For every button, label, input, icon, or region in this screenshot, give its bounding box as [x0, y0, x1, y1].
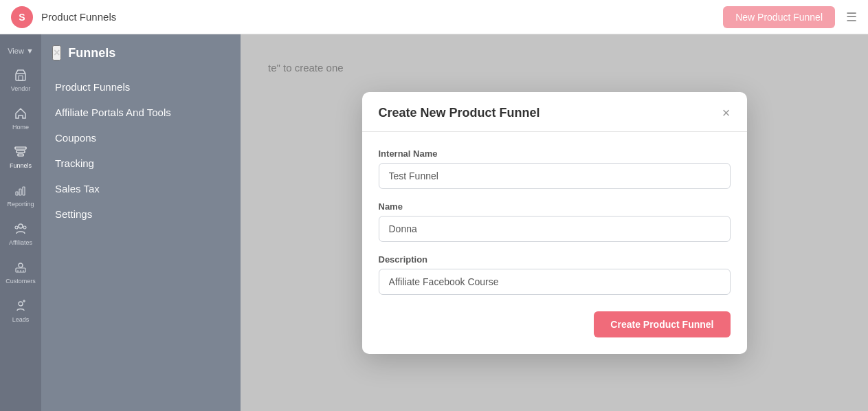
- svg-rect-4: [18, 154, 23, 156]
- funnels-close-button[interactable]: ×: [52, 45, 61, 60]
- modal-header: Create New Product Funnel ×: [362, 92, 747, 132]
- topbar-left: S Product Funnels: [11, 6, 116, 28]
- new-product-funnel-button[interactable]: New Product Funnel: [723, 6, 835, 28]
- svg-rect-0: [16, 74, 25, 80]
- funnels-nav-tracking[interactable]: Tracking: [52, 151, 230, 176]
- funnels-nav-coupons[interactable]: Coupons: [52, 125, 230, 151]
- funnels-icon: [13, 144, 28, 159]
- svg-rect-5: [16, 192, 18, 195]
- sidebar-item-home[interactable]: Home: [0, 99, 41, 137]
- sidebar-item-reporting[interactable]: Reporting: [0, 176, 41, 214]
- funnels-nav-settings[interactable]: Settings: [52, 201, 230, 227]
- create-funnel-modal: Create New Product Funnel × Internal Nam…: [362, 92, 747, 354]
- modal-body: Internal Name Name Description: [362, 132, 747, 311]
- funnels-nav-affiliate-portals[interactable]: Affiliate Portals And Tools: [52, 100, 230, 125]
- svg-rect-2: [15, 147, 26, 149]
- name-group: Name: [379, 201, 731, 242]
- modal-title: Create New Product Funnel: [379, 106, 540, 120]
- svg-rect-7: [23, 187, 25, 195]
- modal-close-button[interactable]: ×: [722, 106, 731, 120]
- funnels-panel: × Funnels Product Funnels Affiliate Port…: [41, 34, 241, 411]
- topbar: S Product Funnels New Product Funnel ☰: [0, 0, 868, 34]
- funnels-nav-product-funnels[interactable]: Product Funnels: [52, 74, 230, 100]
- name-label: Name: [379, 201, 731, 212]
- svg-rect-1: [19, 76, 23, 80]
- description-input[interactable]: [379, 269, 731, 295]
- reporting-icon: [13, 183, 28, 198]
- vendor-icon: [13, 67, 28, 82]
- funnels-nav: Product Funnels Affiliate Portals And To…: [52, 74, 230, 227]
- svg-point-12: [19, 263, 23, 267]
- svg-point-9: [15, 226, 18, 229]
- customers-icon: [13, 260, 28, 275]
- funnels-panel-title: Funnels: [68, 46, 115, 60]
- main-layout: View ▼ Vendor Home: [0, 34, 868, 411]
- modal-overlay: Create New Product Funnel × Internal Nam…: [241, 34, 868, 411]
- icon-sidebar: View ▼ Vendor Home: [0, 34, 41, 411]
- leads-icon: [13, 298, 28, 313]
- name-input[interactable]: [379, 216, 731, 242]
- svg-point-16: [19, 302, 23, 306]
- page-title: Product Funnels: [41, 11, 116, 23]
- internal-name-input[interactable]: [379, 163, 731, 189]
- svg-rect-6: [19, 189, 21, 195]
- funnels-header: × Funnels: [52, 45, 230, 60]
- svg-rect-3: [16, 151, 25, 153]
- svg-point-10: [23, 226, 26, 229]
- sidebar-item-customers[interactable]: Customers: [0, 253, 41, 291]
- sidebar-item-funnels[interactable]: Funnels: [0, 137, 41, 176]
- sidebar-item-leads[interactable]: Leads: [0, 291, 41, 330]
- content-area: te" to create one Create New Product Fun…: [241, 34, 868, 411]
- funnels-nav-sales-tax[interactable]: Sales Tax: [52, 176, 230, 201]
- internal-name-label: Internal Name: [379, 148, 731, 159]
- view-label[interactable]: View ▼: [8, 41, 34, 60]
- sidebar-item-affiliates[interactable]: Affiliates: [0, 214, 41, 253]
- home-icon: [13, 106, 28, 121]
- topbar-right: New Product Funnel ☰: [723, 6, 857, 28]
- description-group: Description: [379, 254, 731, 295]
- affiliates-icon: [13, 221, 28, 236]
- internal-name-group: Internal Name: [379, 148, 731, 189]
- hamburger-icon[interactable]: ☰: [846, 10, 857, 25]
- sidebar-item-vendor[interactable]: Vendor: [0, 60, 41, 99]
- svg-point-8: [19, 224, 23, 228]
- app-logo: S: [11, 6, 33, 28]
- modal-footer: Create Product Funnel: [362, 311, 747, 354]
- chevron-down-icon: ▼: [26, 47, 34, 55]
- description-label: Description: [379, 254, 731, 265]
- create-product-funnel-button[interactable]: Create Product Funnel: [594, 311, 730, 337]
